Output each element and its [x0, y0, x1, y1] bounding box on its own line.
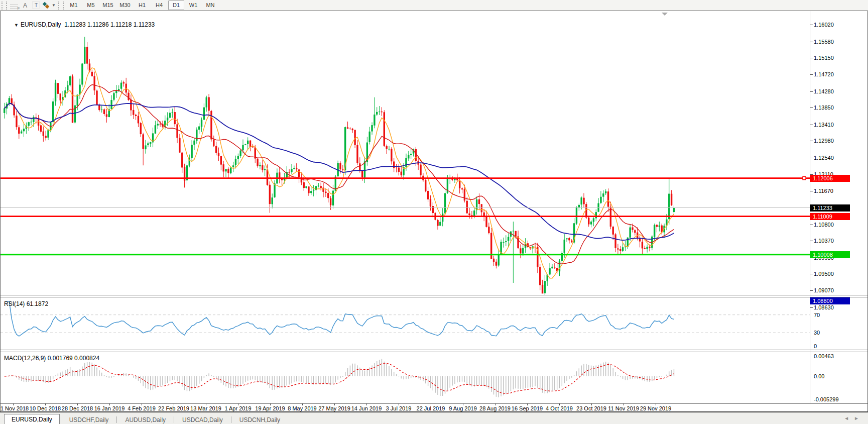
- y-axis-tick-mark: [810, 91, 813, 92]
- timeframe-button-m15[interactable]: M15: [100, 1, 116, 10]
- y-axis-tick-mark: [810, 42, 813, 42]
- rsi-axis-tick: 0: [814, 343, 817, 349]
- y-axis-tick-mark: [810, 158, 813, 158]
- macd-axis-tick: 0.00: [814, 373, 824, 379]
- x-axis-label: 8 May 2019: [288, 405, 316, 411]
- timeframe-button-w1[interactable]: W1: [185, 1, 201, 10]
- timeframe-button-mn[interactable]: MN: [202, 1, 218, 10]
- timeframe-button-m1[interactable]: M1: [66, 1, 82, 10]
- x-axis-label: 1 Apr 2019: [224, 405, 251, 411]
- price-badge-1.12006: 1.12006: [810, 175, 850, 182]
- text-label-tool-icon[interactable]: T: [31, 1, 42, 10]
- chart-tab-usdchf[interactable]: USDCHF,Daily: [62, 415, 116, 424]
- y-axis-tick-mark: [810, 141, 813, 141]
- timeframe-button-h4[interactable]: H4: [151, 1, 167, 10]
- x-axis-label: 16 Jan 2019: [94, 405, 125, 411]
- y-axis-tick: 1.08630: [814, 304, 834, 310]
- x-axis-label: 28 Aug 2019: [479, 405, 511, 411]
- mt4-terminal: F A T ▼ M1M5M15M30H1H4D1W1MN ▼EURUSD,Dai…: [0, 0, 868, 424]
- y-axis-tick: 1.10370: [814, 238, 834, 244]
- x-axis-label: 16 Sep 2019: [512, 405, 543, 411]
- x-axis-label: 11 Nov 2019: [608, 405, 639, 411]
- font-tool-icon[interactable]: A: [20, 1, 31, 10]
- symbol-period-label: EURUSD,Daily: [21, 21, 61, 28]
- rsi-axis-tick: 70: [814, 312, 820, 318]
- tab-scroll-buttons: ◄►: [844, 415, 864, 421]
- x-axis-label: 29 Nov 2019: [640, 405, 671, 411]
- y-axis-tick: 1.14280: [814, 88, 834, 94]
- timeframe-button-m5[interactable]: M5: [83, 1, 99, 10]
- chart-tab-bar: EURUSD,DailyUSDCHF,DailyAUDUSD,DailyUSDC…: [0, 411, 868, 424]
- timeframe-button-d1[interactable]: D1: [168, 1, 184, 10]
- ohlc-values: 1.11283 1.11286 1.11218 1.11233: [64, 21, 155, 28]
- y-axis-tick-mark: [810, 25, 813, 25]
- chart-tab-usdcnh[interactable]: USDCNH,Daily: [232, 415, 287, 424]
- y-axis-tick-mark: [810, 191, 813, 191]
- tab-divider: [61, 416, 61, 423]
- chart-tab-usdcad[interactable]: USDCAD,Daily: [175, 415, 230, 424]
- chart-tab-eurusd[interactable]: EURUSD,Daily: [4, 414, 60, 424]
- y-axis-tick: 1.12980: [814, 138, 834, 144]
- x-axis-label: 13 Mar 2019: [190, 405, 221, 411]
- t-box-icon: T: [33, 2, 40, 9]
- macd-label: MACD(12,26,9) 0.001769 0.000824: [4, 355, 99, 362]
- x-axis-label: 28 Dec 2018: [62, 405, 93, 411]
- time-axis-border: [1, 403, 867, 404]
- chart-legend: ▼EURUSD,Daily 1.11283 1.11286 1.11218 1.…: [4, 14, 155, 35]
- collapse-arrow-icon[interactable]: ▼: [14, 23, 19, 28]
- chart-tabs: EURUSD,DailyUSDCHF,DailyAUDUSD,DailyUSDC…: [0, 414, 287, 424]
- fibo-lines-tool-icon[interactable]: F: [9, 1, 20, 10]
- price-badge-1.10008: 1.10008: [810, 251, 850, 258]
- macd-pane[interactable]: [1, 352, 810, 403]
- tab-divider: [116, 416, 117, 423]
- timeframe-button-m30[interactable]: M30: [117, 1, 133, 10]
- toolbar-grip[interactable]: [58, 2, 64, 10]
- x-axis-label: 9 Aug 2019: [449, 405, 477, 411]
- rsi-label: RSI(14) 61.1872: [4, 300, 48, 307]
- x-axis-label: 4 Oct 2019: [546, 405, 573, 411]
- macd-axis-tick: -0.005299: [814, 396, 839, 402]
- y-axis-tick-mark: [810, 241, 813, 241]
- rsi-pane[interactable]: [1, 297, 810, 350]
- x-axis-label: 10 Dec 2018: [30, 405, 61, 411]
- x-axis-label: 4 Feb 2019: [128, 405, 156, 411]
- x-axis-label: 21 Nov 2018: [0, 405, 29, 411]
- y-axis-tick: 1.13850: [814, 104, 834, 111]
- x-axis-label: 22 Feb 2019: [158, 405, 189, 411]
- y-axis-tick: 1.15580: [814, 39, 834, 45]
- tab-scroll-left-icon[interactable]: ◄: [844, 415, 854, 421]
- tab-scroll-right-icon[interactable]: ►: [854, 415, 864, 421]
- y-axis-tick-mark: [810, 225, 813, 225]
- chart-tab-audusd[interactable]: AUDUSD,Daily: [118, 415, 173, 424]
- price-badge-1.08800: 1.08800: [810, 297, 850, 304]
- chart-window[interactable]: ▼EURUSD,Daily 1.11283 1.11286 1.11218 1.…: [0, 11, 868, 412]
- y-axis-tick: 1.11670: [814, 188, 833, 194]
- toolbar-grip[interactable]: [2, 2, 7, 10]
- y-axis-tick-mark: [810, 125, 813, 125]
- toolbar: F A T ▼ M1M5M15M30H1H4D1W1MN: [0, 0, 868, 11]
- y-axis-tick-mark: [810, 58, 813, 58]
- y-axis-tick: 1.13410: [814, 122, 834, 128]
- arrow-style-tool-icon[interactable]: ▼: [42, 1, 57, 10]
- pane-splitter[interactable]: [1, 295, 867, 295]
- dotted-lines-icon: F: [11, 3, 18, 9]
- y-axis-tick: 1.14720: [814, 71, 834, 77]
- y-axis-tick-mark: [810, 108, 813, 108]
- main-price-chart[interactable]: [1, 11, 810, 295]
- timeframe-group: M1M5M15M30H1H4D1W1MN: [65, 1, 219, 10]
- y-axis-tick-mark: [810, 74, 813, 75]
- x-axis-label: 3 Jul 2019: [386, 405, 412, 411]
- y-axis-tick: 1.09070: [814, 287, 834, 293]
- y-axis-tick: 1.12540: [814, 155, 834, 161]
- price-badge-1.11233: 1.11233: [810, 204, 850, 211]
- timeframe-button-h1[interactable]: H1: [134, 1, 150, 10]
- x-axis-label: 22 Jul 2019: [417, 405, 445, 411]
- diamonds-icon: [43, 2, 51, 9]
- x-axis-label: 14 Jun 2019: [351, 405, 382, 411]
- macd-axis-tick: 0.00463: [814, 353, 834, 359]
- y-axis-tick: 1.16020: [814, 22, 834, 28]
- y-axis-tick-mark: [810, 307, 813, 308]
- x-axis-label: 23 Oct 2019: [576, 405, 606, 411]
- tab-divider: [231, 416, 231, 423]
- pane-splitter[interactable]: [1, 350, 867, 350]
